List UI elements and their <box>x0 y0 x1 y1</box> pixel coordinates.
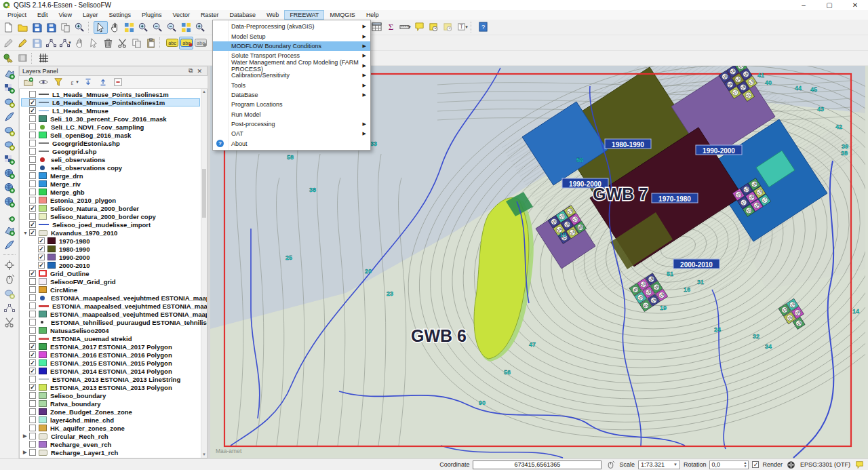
digitize-tool-button[interactable] <box>2 315 17 328</box>
paste-features-button[interactable] <box>144 37 158 50</box>
rotate-feature-button[interactable] <box>87 37 101 50</box>
layer-row-merge-drn[interactable]: Merge_drn <box>21 172 200 180</box>
layer-row-estonia-tehnilised-puuraugud-estonia-teh[interactable]: ESTONIA_tehnilised_puuraugud ESTONIA_teh… <box>21 318 200 326</box>
add-postgis-layer-button[interactable] <box>2 96 17 109</box>
layer-row-1980-1990[interactable]: ✓1980-1990 <box>21 245 200 253</box>
layer-checkbox[interactable] <box>29 425 36 431</box>
layer-checkbox[interactable]: ✓ <box>29 99 36 106</box>
add-wcs-layer-button[interactable] <box>2 181 17 194</box>
layer-checkbox[interactable] <box>29 392 36 399</box>
menu-item-edit[interactable]: Edit <box>32 10 54 20</box>
manage-visibility-button[interactable] <box>37 77 50 87</box>
layer-row-kavandus-1970-2010[interactable]: ▼✓Kavandus_1970_2010 <box>21 229 200 237</box>
layer-checkbox[interactable]: ✓ <box>29 229 36 236</box>
scroll-thumb[interactable] <box>202 169 206 218</box>
measure-button[interactable]: ▾ <box>398 20 412 33</box>
messages-button[interactable] <box>854 460 865 470</box>
open-project-button[interactable] <box>16 21 30 34</box>
crs-status-button[interactable] <box>786 460 797 470</box>
add-wms-layer-button[interactable] <box>2 167 17 180</box>
pan-to-selection-button[interactable] <box>122 21 136 34</box>
touch-zoom-pan-button[interactable] <box>94 21 108 34</box>
add-delimited-text-button[interactable] <box>2 210 17 222</box>
menu-item-settings[interactable]: Settings <box>103 10 136 20</box>
layer-row-ratva-boundary[interactable]: Ratva_boundary <box>21 399 200 408</box>
freewat-item-about[interactable]: About? <box>213 139 370 149</box>
menu-item-database[interactable]: Database <box>224 10 262 20</box>
layer-row-selisoo-boundary[interactable]: Selisoo_boundary <box>21 391 200 399</box>
layer-checkbox[interactable] <box>29 449 36 456</box>
layer-checkbox[interactable]: ✓ <box>38 262 45 269</box>
save-project-as-button[interactable] <box>44 21 58 34</box>
freewat-item-run-model[interactable]: Run Model <box>213 110 370 119</box>
layer-row-seli-observations-copy[interactable]: seli_observations copy <box>21 163 200 172</box>
freewat-item-calibration-sensitivity[interactable]: Calibration/Sensitivity▶ <box>213 71 370 80</box>
layer-checkbox[interactable]: ✓ <box>29 221 36 228</box>
scale-combo[interactable]: 1:73.321 ▼ <box>638 461 680 469</box>
layer-row-grid-outline[interactable]: ✓Grid_Outline <box>21 269 200 277</box>
filter-legend-button[interactable] <box>52 77 64 87</box>
layer-row-estonia-maapealsed-veejuhtmed-estonia-ma[interactable]: ESTONIA_maapealsed_veejuhtmed ESTONIA_ma… <box>21 302 200 310</box>
layer-checkbox[interactable] <box>29 91 36 98</box>
layer-checkbox[interactable] <box>29 433 36 439</box>
georeferencer-button[interactable] <box>16 52 30 64</box>
layer-checkbox[interactable]: ✓ <box>29 359 36 366</box>
layer-checkbox[interactable] <box>29 148 36 155</box>
freewat-item-model-setup[interactable]: Model Setup▶ <box>213 31 370 41</box>
expand-all-button[interactable] <box>82 77 94 87</box>
layer-labeling-options-button[interactable] <box>179 37 193 50</box>
menu-item-web[interactable]: Web <box>261 10 284 20</box>
plugin-manager-button[interactable] <box>1 52 16 64</box>
layer-checkbox[interactable] <box>29 319 36 326</box>
layer-checkbox[interactable] <box>29 115 36 122</box>
layer-checkbox[interactable] <box>29 416 36 423</box>
layer-checkbox[interactable] <box>29 294 36 301</box>
statistics-button[interactable] <box>384 20 398 33</box>
scroll-down-arrow[interactable]: ▼ <box>201 452 207 458</box>
add-vector-layer-button[interactable] <box>2 67 17 80</box>
new-composer-button[interactable] <box>58 21 73 34</box>
layer-checkbox[interactable] <box>29 140 36 146</box>
render-checkbox[interactable]: ✓ <box>752 461 759 468</box>
layer-checkbox[interactable]: ✓ <box>29 368 36 374</box>
show-bookmarks-button[interactable] <box>441 20 455 33</box>
zoom-in-button[interactable] <box>136 21 151 34</box>
freewat-item-modflow-boundary-conditions[interactable]: MODFLOW Boundary Conditions▶ <box>213 41 370 51</box>
node-tool-button[interactable]: ▾ <box>58 37 73 50</box>
layer-row-selisoo-natura-2000-border[interactable]: ✓Selisoo_Natura_2000_border <box>21 204 200 212</box>
layer-checkbox[interactable] <box>29 164 36 171</box>
move-feature-button[interactable] <box>73 37 87 50</box>
layer-row-seli-10-30-percent-fcov-2016-mask[interactable]: Seli_10_30_percent_Fcov_2016_mask <box>21 115 200 123</box>
layer-row-seli-lc-ndvi-fcov-sampling[interactable]: Seli_LC_NDVI_Fcov_sampling <box>21 123 200 131</box>
layer-row-estonia-uuemad-strekid[interactable]: ESTONIA_uuemad strekid <box>21 334 200 342</box>
add-oracle-layer-button[interactable] <box>2 138 17 151</box>
layer-row-l1-heads-mmuse-points-isolines1m[interactable]: L1_Heads_Mmuse_Points_Isolines1m <box>21 90 200 98</box>
layer-checkbox[interactable] <box>29 278 36 285</box>
menu-item-freewat[interactable]: FREEWAT <box>284 10 324 20</box>
add-feature-button[interactable] <box>44 37 58 50</box>
layer-checkbox[interactable] <box>29 400 36 407</box>
freewat-item-database[interactable]: DataBase▶ <box>213 90 370 100</box>
layer-row-estonia-2013-estonia-2013-polygon[interactable]: ✓ESTONIA_2013 ESTONIA_2013 Polygon <box>21 383 200 391</box>
layer-checkbox[interactable]: ✓ <box>38 246 45 252</box>
freewat-item-post-processing[interactable]: Post-processing▶ <box>213 119 370 129</box>
layer-checkbox[interactable] <box>29 302 36 309</box>
layer-row-estonia-2016-estonia-2016-polygon[interactable]: ✓ESTONIA_2016 ESTONIA_2016 Polygon <box>21 351 200 359</box>
layer-checkbox[interactable]: ✓ <box>38 254 45 260</box>
osm-download-button[interactable] <box>2 273 17 286</box>
menu-item-layer[interactable]: Layer <box>77 10 104 20</box>
layer-row-2000-2010[interactable]: ✓2000-2010 <box>21 261 200 269</box>
layer-row-l6-heads-mmuse-pointsisolines1m[interactable]: ✓L6_Heads_Mmuse_PointsIsolines1m <box>21 98 200 106</box>
layers-scrollbar[interactable]: ▲ ▼ <box>201 89 207 458</box>
layer-checkbox[interactable] <box>29 156 36 163</box>
help-button[interactable] <box>476 20 490 33</box>
layer-checkbox[interactable] <box>29 327 36 334</box>
expander-icon[interactable]: ▶ <box>23 433 29 439</box>
map-tips-button[interactable] <box>412 20 427 33</box>
freewat-item-oat[interactable]: OAT▶ <box>213 129 370 138</box>
layer-row-zone-budget-zones-zone[interactable]: Zone_Budget_Zones_zone <box>21 408 200 416</box>
layer-row-recharge-even-rch[interactable]: Recharge_even_rch <box>21 440 200 448</box>
layer-labeling-button[interactable] <box>165 37 179 50</box>
cut-features-button[interactable] <box>115 37 130 50</box>
freewat-item-program-locations[interactable]: Program Locations <box>213 100 370 109</box>
